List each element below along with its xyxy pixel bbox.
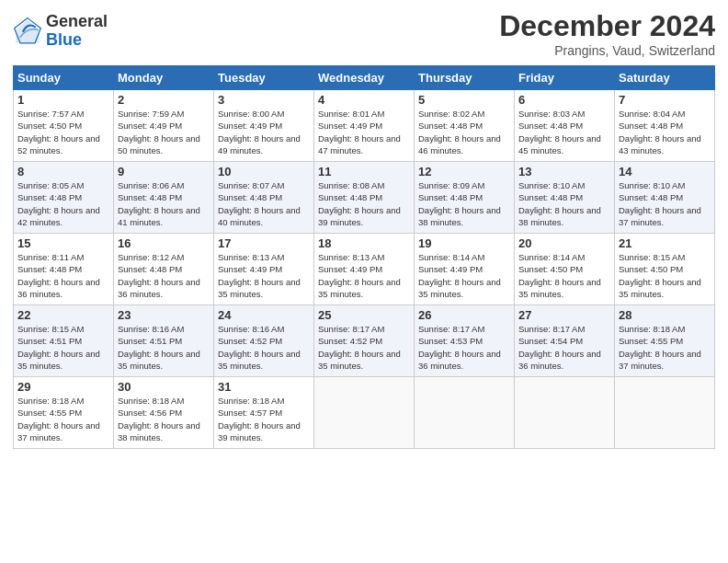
day-number: 18 [318,236,410,250]
day-info: Sunrise: 8:13 AM Sunset: 4:49 PM Dayligh… [218,251,310,300]
day-number: 30 [118,380,210,394]
day-info: Sunrise: 8:05 AM Sunset: 4:48 PM Dayligh… [17,179,109,228]
day-number: 17 [218,236,310,250]
day-number: 7 [619,93,711,107]
calendar-cell: 15 Sunrise: 8:11 AM Sunset: 4:48 PM Dayl… [14,234,114,305]
day-info: Sunrise: 8:15 AM Sunset: 4:50 PM Dayligh… [619,251,711,300]
day-info: Sunrise: 7:57 AM Sunset: 4:50 PM Dayligh… [17,108,109,156]
calendar-cell: 7 Sunrise: 8:04 AM Sunset: 4:48 PM Dayli… [615,90,715,162]
page-header: General Blue December 2024 Prangins, Vau… [13,9,715,58]
calendar-cell: 24 Sunrise: 8:16 AM Sunset: 4:52 PM Dayl… [214,305,314,377]
day-info: Sunrise: 8:18 AM Sunset: 4:57 PM Dayligh… [218,395,310,443]
calendar-cell: 27 Sunrise: 8:17 AM Sunset: 4:54 PM Dayl… [515,305,615,377]
day-number: 4 [318,93,410,107]
calendar-cell: 13 Sunrise: 8:10 AM Sunset: 4:48 PM Dayl… [515,162,615,234]
calendar-cell [415,377,515,449]
col-friday: Friday [515,66,615,90]
day-number: 28 [619,308,711,322]
day-number: 19 [418,236,510,250]
day-number: 26 [418,308,510,322]
day-number: 5 [418,93,510,107]
calendar-cell: 6 Sunrise: 8:03 AM Sunset: 4:48 PM Dayli… [515,90,615,162]
day-info: Sunrise: 8:13 AM Sunset: 4:49 PM Dayligh… [318,251,410,300]
day-number: 9 [118,165,210,178]
calendar-body: 1 Sunrise: 7:57 AM Sunset: 4:50 PM Dayli… [14,90,715,449]
day-info: Sunrise: 8:09 AM Sunset: 4:48 PM Dayligh… [418,179,510,228]
calendar-cell: 21 Sunrise: 8:15 AM Sunset: 4:50 PM Dayl… [615,234,715,305]
calendar-table: Sunday Monday Tuesday Wednesday Thursday… [13,65,715,449]
day-number: 11 [318,165,410,178]
day-number: 1 [17,93,109,107]
day-info: Sunrise: 8:18 AM Sunset: 4:56 PM Dayligh… [118,395,210,443]
logo-text: General Blue [46,13,108,50]
day-number: 2 [118,93,210,107]
calendar-week-4: 22 Sunrise: 8:15 AM Sunset: 4:51 PM Dayl… [14,305,715,377]
day-number: 24 [218,308,310,322]
day-number: 31 [218,380,310,394]
calendar-cell [615,377,715,449]
day-info: Sunrise: 8:10 AM Sunset: 4:48 PM Dayligh… [518,179,610,228]
calendar-cell: 22 Sunrise: 8:15 AM Sunset: 4:51 PM Dayl… [14,305,114,377]
calendar-cell: 16 Sunrise: 8:12 AM Sunset: 4:48 PM Dayl… [114,234,214,305]
calendar-cell: 14 Sunrise: 8:10 AM Sunset: 4:48 PM Dayl… [615,162,715,234]
calendar-cell: 25 Sunrise: 8:17 AM Sunset: 4:52 PM Dayl… [314,305,415,377]
day-info: Sunrise: 8:14 AM Sunset: 4:50 PM Dayligh… [518,251,610,300]
day-info: Sunrise: 8:02 AM Sunset: 4:48 PM Dayligh… [418,108,510,156]
calendar-cell: 30 Sunrise: 8:18 AM Sunset: 4:56 PM Dayl… [114,377,214,449]
day-info: Sunrise: 8:16 AM Sunset: 4:52 PM Dayligh… [218,323,310,372]
day-number: 8 [17,165,109,178]
day-info: Sunrise: 8:03 AM Sunset: 4:48 PM Dayligh… [518,108,610,156]
day-number: 3 [218,93,310,107]
calendar-cell: 17 Sunrise: 8:13 AM Sunset: 4:49 PM Dayl… [214,234,314,305]
location: Prangins, Vaud, Switzerland [499,43,715,58]
calendar-week-2: 8 Sunrise: 8:05 AM Sunset: 4:48 PM Dayli… [14,162,715,234]
calendar-week-5: 29 Sunrise: 8:18 AM Sunset: 4:55 PM Dayl… [14,377,715,449]
day-number: 20 [518,236,610,250]
calendar-week-3: 15 Sunrise: 8:11 AM Sunset: 4:48 PM Dayl… [14,234,715,305]
calendar-header: Sunday Monday Tuesday Wednesday Thursday… [14,66,715,90]
calendar-cell: 29 Sunrise: 8:18 AM Sunset: 4:55 PM Dayl… [14,377,114,449]
month-title: December 2024 [499,9,715,43]
day-number: 23 [118,308,210,322]
header-row: Sunday Monday Tuesday Wednesday Thursday… [14,66,715,90]
day-number: 6 [518,93,610,107]
logo-blue: Blue [46,31,108,50]
calendar-cell: 23 Sunrise: 8:16 AM Sunset: 4:51 PM Dayl… [114,305,214,377]
calendar-cell: 9 Sunrise: 8:06 AM Sunset: 4:48 PM Dayli… [114,162,214,234]
page-container: General Blue December 2024 Prangins, Vau… [0,0,728,458]
day-number: 14 [619,165,711,178]
calendar-cell: 18 Sunrise: 8:13 AM Sunset: 4:49 PM Dayl… [314,234,415,305]
calendar-cell [314,377,415,449]
col-saturday: Saturday [615,66,715,90]
col-tuesday: Tuesday [214,66,314,90]
calendar-cell: 5 Sunrise: 8:02 AM Sunset: 4:48 PM Dayli… [415,90,515,162]
calendar-cell: 28 Sunrise: 8:18 AM Sunset: 4:55 PM Dayl… [615,305,715,377]
logo-icon [13,17,42,46]
day-number: 29 [17,380,109,394]
logo-general: General [46,13,108,31]
col-monday: Monday [114,66,214,90]
logo: General Blue [13,13,108,50]
day-info: Sunrise: 8:16 AM Sunset: 4:51 PM Dayligh… [118,323,210,372]
col-wednesday: Wednesday [314,66,415,90]
day-info: Sunrise: 8:04 AM Sunset: 4:48 PM Dayligh… [619,108,711,156]
calendar-cell: 20 Sunrise: 8:14 AM Sunset: 4:50 PM Dayl… [515,234,615,305]
day-info: Sunrise: 8:01 AM Sunset: 4:49 PM Dayligh… [318,108,410,156]
calendar-cell: 8 Sunrise: 8:05 AM Sunset: 4:48 PM Dayli… [14,162,114,234]
day-number: 22 [17,308,109,322]
day-info: Sunrise: 8:06 AM Sunset: 4:48 PM Dayligh… [118,179,210,228]
day-info: Sunrise: 8:14 AM Sunset: 4:49 PM Dayligh… [418,251,510,300]
day-number: 13 [518,165,610,178]
day-number: 21 [619,236,711,250]
day-info: Sunrise: 8:17 AM Sunset: 4:53 PM Dayligh… [418,323,510,372]
day-info: Sunrise: 8:18 AM Sunset: 4:55 PM Dayligh… [17,395,109,443]
calendar-cell: 1 Sunrise: 7:57 AM Sunset: 4:50 PM Dayli… [14,90,114,162]
calendar-cell: 26 Sunrise: 8:17 AM Sunset: 4:53 PM Dayl… [415,305,515,377]
day-number: 12 [418,165,510,178]
day-info: Sunrise: 8:12 AM Sunset: 4:48 PM Dayligh… [118,251,210,300]
calendar-cell: 3 Sunrise: 8:00 AM Sunset: 4:49 PM Dayli… [214,90,314,162]
col-thursday: Thursday [415,66,515,90]
day-number: 25 [318,308,410,322]
day-info: Sunrise: 8:08 AM Sunset: 4:48 PM Dayligh… [318,179,410,228]
day-info: Sunrise: 8:18 AM Sunset: 4:55 PM Dayligh… [619,323,711,372]
